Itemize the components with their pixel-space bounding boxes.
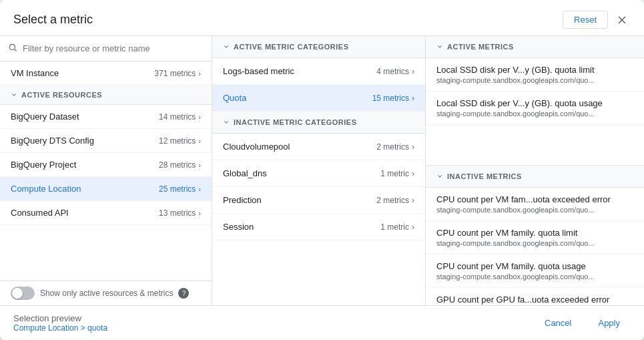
left-list-item-vm-instance[interactable]: VM Instance 371 metrics › xyxy=(0,61,212,86)
chevron-down-icon xyxy=(436,43,443,50)
right-metric-cpu-limit[interactable]: CPU count per VM family. quota limit sta… xyxy=(426,221,644,254)
search-icon xyxy=(8,43,17,54)
cancel-button[interactable]: Cancel xyxy=(534,313,582,333)
help-icon[interactable]: ? xyxy=(178,288,189,299)
left-list: VM Instance 371 metrics › ACTIVE RESOURC… xyxy=(0,61,212,281)
left-list-item-bigquery-dts[interactable]: BigQuery DTS Config 12 metrics › xyxy=(0,129,212,153)
chevron-right-icon: › xyxy=(412,196,414,205)
svg-point-2 xyxy=(9,44,15,49)
dialog-title: Select a metric xyxy=(13,13,93,27)
chevron-right-icon: › xyxy=(412,94,414,103)
left-list-item-bigquery-dataset[interactable]: BigQuery Dataset 14 metrics › xyxy=(0,105,212,129)
middle-item-cloudvolumepool[interactable]: Cloudvolumepool 2 metrics › xyxy=(212,134,425,160)
toggle-thumb xyxy=(12,288,23,299)
svg-line-3 xyxy=(15,49,17,51)
left-panel: VM Instance 371 metrics › ACTIVE RESOURC… xyxy=(0,36,212,305)
right-metric-cpu-exceeded[interactable]: CPU count per VM fam...uota exceeded err… xyxy=(426,188,644,221)
chevron-down-icon xyxy=(223,43,230,50)
chevron-down-icon xyxy=(436,173,443,180)
inactive-metrics-header: INACTIVE METRICS xyxy=(426,165,644,188)
reset-button[interactable]: Reset xyxy=(563,11,608,29)
chevron-down-icon xyxy=(223,119,230,126)
active-metric-categories-header: ACTIVE METRIC CATEGORIES xyxy=(212,36,425,58)
middle-item-quota[interactable]: Quota 15 metrics › xyxy=(212,85,425,112)
chevron-right-icon: › xyxy=(198,137,201,145)
inactive-metric-categories-header: INACTIVE METRIC CATEGORIES xyxy=(212,112,425,134)
close-button[interactable] xyxy=(613,11,631,29)
middle-item-prediction[interactable]: Prediction 2 metrics › xyxy=(212,187,425,214)
chevron-right-icon: › xyxy=(198,113,201,121)
active-metrics-header: ACTIVE METRICS xyxy=(426,36,644,58)
chevron-down-icon xyxy=(11,92,17,98)
chevron-right-icon: › xyxy=(412,142,414,152)
chevron-right-icon: › xyxy=(198,209,201,217)
middle-item-logs-based[interactable]: Logs-based metric 4 metrics › xyxy=(212,58,425,85)
left-list-item-compute-location[interactable]: Compute Location 25 metrics › xyxy=(0,177,212,201)
middle-item-global-dns[interactable]: Global_dns 1 metric › xyxy=(212,160,425,187)
right-metric-gpu-exceeded[interactable]: GPU count per GPU fa...uota exceeded err… xyxy=(426,288,644,305)
chevron-right-icon: › xyxy=(412,169,414,178)
left-list-item-bigquery-project[interactable]: BigQuery Project 28 metrics › xyxy=(0,153,212,177)
header-actions: Reset xyxy=(563,11,631,29)
chevron-right-icon: › xyxy=(198,161,201,169)
right-metric-cpu-usage[interactable]: CPU count per VM family. quota usage sta… xyxy=(426,254,644,288)
toggle-track xyxy=(11,287,35,300)
left-list-item-consumed-api[interactable]: Consumed API 13 metrics › xyxy=(0,201,212,225)
chevron-right-icon: › xyxy=(412,67,414,76)
select-metric-dialog: Select a metric Reset xyxy=(0,0,644,340)
dialog-header: Select a metric Reset xyxy=(0,0,644,36)
chevron-right-icon: › xyxy=(198,185,201,193)
active-toggle[interactable] xyxy=(11,287,35,300)
search-input[interactable] xyxy=(23,43,204,53)
right-metric-local-ssd-usage[interactable]: Local SSD disk per V...y (GB). quota usa… xyxy=(426,92,644,125)
chevron-right-icon: › xyxy=(412,222,414,232)
toggle-label: Show only active resources & metrics xyxy=(40,289,173,298)
dialog-body: VM Instance 371 metrics › ACTIVE RESOURC… xyxy=(0,36,644,305)
right-metric-local-ssd-limit[interactable]: Local SSD disk per V...y (GB). quota lim… xyxy=(426,58,644,92)
dialog-footer: Selection preview Compute Location > quo… xyxy=(0,305,644,340)
right-panel: ACTIVE METRICS Local SSD disk per V...y … xyxy=(426,36,644,305)
middle-panel: ACTIVE METRIC CATEGORIES Logs-based metr… xyxy=(212,36,426,305)
search-box xyxy=(0,36,212,61)
chevron-right-icon: › xyxy=(198,69,201,77)
selection-preview: Selection preview Compute Location > quo… xyxy=(13,313,107,333)
apply-button[interactable]: Apply xyxy=(587,313,631,333)
footer-buttons: Cancel Apply xyxy=(534,313,631,333)
middle-item-session[interactable]: Session 1 metric › xyxy=(212,214,425,240)
active-resources-header: ACTIVE RESOURCES xyxy=(0,86,212,105)
toggle-row: Show only active resources & metrics ? xyxy=(0,281,212,305)
